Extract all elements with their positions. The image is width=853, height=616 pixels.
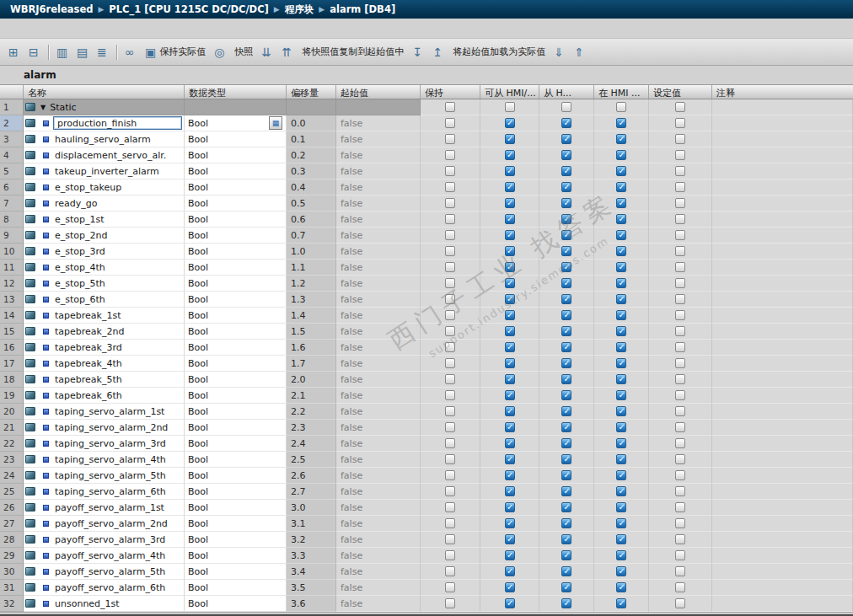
comment-cell[interactable] — [712, 115, 853, 131]
start-value-cell[interactable]: false — [336, 356, 421, 372]
name-cell[interactable]: tapebreak_1st — [24, 308, 185, 324]
hmi-visible-checkbox[interactable] — [616, 134, 626, 144]
setpoint-checkbox[interactable] — [675, 502, 685, 512]
hmi-visible-checkbox[interactable] — [616, 422, 626, 432]
snapshot-camera-icon[interactable]: ◎ — [210, 42, 230, 62]
name-cell[interactable]: tapebreak_6th — [24, 388, 185, 404]
setpoint-checkbox[interactable] — [675, 486, 685, 496]
hmi-writable-checkbox[interactable] — [561, 470, 571, 480]
comment-cell[interactable] — [712, 468, 853, 484]
start-value-cell[interactable]: false — [336, 179, 421, 196]
retain-checkbox[interactable] — [445, 214, 455, 224]
load-start-as-actual-button[interactable]: 将起始值加载为实际值 — [448, 42, 550, 62]
setpoint-checkbox[interactable] — [675, 262, 685, 272]
hmi-writable-checkbox[interactable] — [561, 358, 571, 368]
setpoint-checkbox[interactable] — [675, 134, 685, 144]
hmi-writable-checkbox[interactable] — [561, 582, 571, 592]
expanded-mode-icon[interactable]: ≣ — [93, 42, 113, 62]
datatype-cell[interactable]: Bool — [185, 260, 287, 276]
name-cell[interactable]: production_finish — [24, 115, 185, 131]
setpoint-checkbox[interactable] — [675, 358, 685, 368]
setpoint-checkbox[interactable] — [675, 182, 685, 192]
name-cell[interactable]: payoff_servo_alarm_6th — [24, 580, 185, 596]
load-start-up-icon[interactable]: ↥ — [428, 42, 448, 62]
hmi-accessible-checkbox[interactable] — [505, 518, 515, 528]
copy-snapshot-up-icon[interactable]: ⇈ — [277, 42, 298, 62]
hmi-accessible-checkbox[interactable] — [505, 150, 515, 160]
row-number[interactable]: 26 — [0, 500, 24, 516]
name-cell[interactable]: taping_servo_alarm_4th — [24, 452, 185, 468]
hmi-writable-checkbox[interactable] — [561, 246, 571, 256]
comment-cell[interactable] — [712, 131, 853, 147]
retain-checkbox[interactable] — [445, 422, 455, 432]
hmi-accessible-checkbox[interactable] — [505, 182, 515, 192]
retain-checkbox[interactable] — [445, 582, 455, 592]
hmi-writable-checkbox[interactable] — [561, 406, 571, 416]
hmi-accessible-checkbox[interactable] — [505, 342, 515, 352]
hmi-writable-checkbox[interactable] — [561, 310, 571, 320]
hmi-writable-checkbox[interactable] — [561, 118, 571, 128]
name-cell[interactable]: tapebreak_5th — [24, 372, 185, 388]
retain-checkbox[interactable] — [445, 374, 455, 384]
retain-checkbox[interactable] — [445, 294, 455, 304]
retain-checkbox[interactable] — [445, 262, 455, 272]
row-number[interactable]: 16 — [0, 340, 24, 356]
hmi-writable-checkbox[interactable] — [561, 278, 571, 288]
collapse-caret-icon[interactable]: ▼ — [40, 104, 46, 111]
setpoint-checkbox[interactable] — [675, 150, 685, 160]
name-cell[interactable]: payoff_servo_alarm_4th — [24, 548, 185, 564]
setpoint-checkbox[interactable] — [675, 230, 685, 240]
hmi-accessible-checkbox[interactable] — [505, 294, 515, 304]
hmi-visible-checkbox[interactable] — [616, 374, 626, 384]
hmi-writable-checkbox[interactable] — [561, 550, 571, 560]
hmi-visible-checkbox[interactable] — [616, 166, 626, 176]
datatype-cell[interactable]: Bool — [185, 212, 287, 228]
hmi-writable-checkbox[interactable] — [561, 422, 571, 432]
hmi-writable-checkbox[interactable] — [561, 294, 571, 304]
datatype-cell[interactable]: Bool — [185, 292, 287, 308]
breadcrumb-item[interactable]: 程序块 — [285, 3, 314, 16]
hmi-visible-checkbox[interactable] — [616, 246, 626, 256]
hmi-visible-checkbox[interactable] — [616, 342, 626, 352]
comment-cell[interactable] — [712, 452, 853, 468]
retain-checkbox[interactable] — [445, 230, 455, 240]
hmi-writable-checkbox[interactable] — [561, 518, 571, 528]
setpoint-checkbox[interactable] — [675, 582, 685, 592]
start-value-cell[interactable]: false — [336, 436, 421, 452]
row-number[interactable]: 8 — [0, 212, 24, 228]
row-number[interactable]: 22 — [0, 436, 24, 452]
hmi-writable-checkbox[interactable] — [561, 438, 571, 448]
setpoint-checkbox[interactable] — [675, 374, 685, 384]
comment-cell[interactable] — [712, 596, 853, 612]
hmi-accessible-checkbox[interactable] — [505, 422, 515, 432]
hmi-visible-checkbox[interactable] — [616, 598, 626, 608]
setpoint-checkbox[interactable] — [675, 310, 685, 320]
retain-checkbox[interactable] — [445, 358, 455, 368]
datatype-cell[interactable]: Bool▦ — [185, 115, 287, 131]
comment-cell[interactable] — [712, 228, 853, 244]
row-number[interactable]: 19 — [0, 388, 24, 404]
name-cell[interactable]: unsonned_1st — [24, 596, 185, 612]
row-number[interactable]: 10 — [0, 244, 24, 260]
column-header-start-value[interactable]: 起始值 — [336, 85, 421, 99]
column-header-datatype[interactable]: 数据类型 — [185, 85, 287, 99]
hmi-writable-checkbox[interactable] — [561, 566, 571, 576]
name-cell[interactable]: e_stop_5th — [24, 276, 185, 292]
setpoint-checkbox[interactable] — [675, 342, 685, 352]
retain-checkbox[interactable] — [445, 134, 455, 144]
setpoint-checkbox[interactable] — [675, 422, 685, 432]
start-value-cell[interactable]: false — [336, 115, 421, 131]
column-header-hmi-writable[interactable]: 从 H... — [539, 85, 594, 99]
name-cell[interactable]: e_stop_takeup — [24, 179, 185, 196]
retain-checkbox[interactable] — [445, 278, 455, 288]
hmi-visible-checkbox[interactable] — [616, 230, 626, 240]
hmi-accessible-checkbox[interactable] — [505, 230, 515, 240]
hmi-accessible-checkbox[interactable] — [505, 198, 515, 208]
row-number[interactable]: 15 — [0, 324, 24, 340]
datatype-cell[interactable]: Bool — [185, 596, 287, 612]
datatype-cell[interactable]: Bool — [185, 228, 287, 244]
name-cell[interactable]: tapebreak_3rd — [24, 340, 185, 356]
hmi-writable-checkbox[interactable] — [561, 150, 571, 160]
name-cell[interactable]: displacement_servo_alr. — [24, 147, 185, 163]
setpoint-checkbox[interactable] — [675, 166, 685, 176]
